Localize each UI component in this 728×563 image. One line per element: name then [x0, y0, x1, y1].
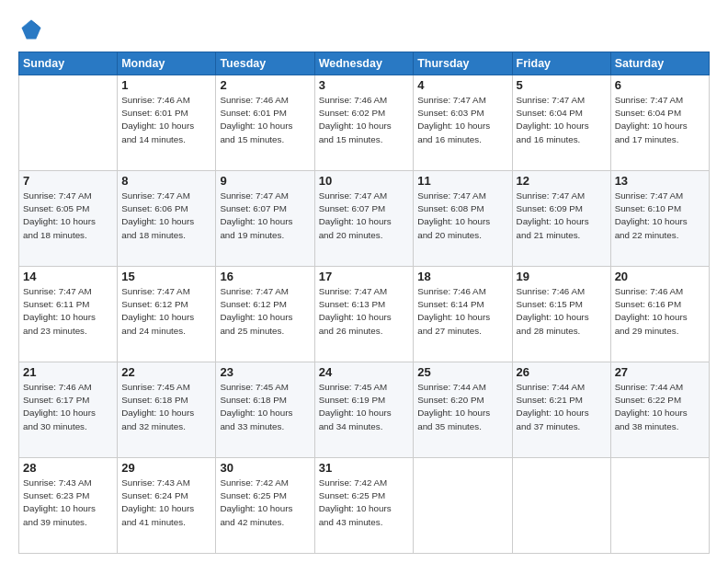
day-cell: 28Sunrise: 7:43 AMSunset: 6:23 PMDayligh… — [19, 458, 118, 554]
day-info: Sunrise: 7:47 AMSunset: 6:13 PMDaylight:… — [319, 285, 410, 338]
day-cell — [19, 75, 118, 171]
day-info: Sunrise: 7:46 AMSunset: 6:16 PMDaylight:… — [615, 285, 705, 338]
day-info: Sunrise: 7:46 AMSunset: 6:02 PMDaylight:… — [319, 94, 410, 146]
day-info: Sunrise: 7:47 AMSunset: 6:05 PMDaylight:… — [23, 190, 113, 242]
day-info: Sunrise: 7:46 AMSunset: 6:01 PMDaylight:… — [121, 94, 211, 146]
day-info: Sunrise: 7:47 AMSunset: 6:12 PMDaylight:… — [121, 285, 211, 338]
day-info: Sunrise: 7:43 AMSunset: 6:23 PMDaylight:… — [23, 477, 113, 529]
day-number: 14 — [23, 270, 113, 283]
day-cell: 27Sunrise: 7:44 AMSunset: 6:22 PMDayligh… — [610, 362, 709, 458]
col-header-friday: Friday — [512, 52, 610, 75]
day-number: 27 — [615, 365, 705, 379]
day-cell: 7Sunrise: 7:47 AMSunset: 6:05 PMDaylight… — [19, 171, 118, 267]
day-number: 22 — [121, 365, 211, 379]
col-header-sunday: Sunday — [19, 52, 118, 75]
day-info: Sunrise: 7:42 AMSunset: 6:25 PMDaylight:… — [220, 477, 310, 529]
week-row-2: 7Sunrise: 7:47 AMSunset: 6:05 PMDaylight… — [19, 171, 710, 267]
day-cell: 1Sunrise: 7:46 AMSunset: 6:01 PMDaylight… — [118, 75, 216, 171]
day-number: 7 — [23, 174, 113, 188]
day-info: Sunrise: 7:47 AMSunset: 6:04 PMDaylight:… — [615, 94, 705, 146]
week-row-3: 14Sunrise: 7:47 AMSunset: 6:11 PMDayligh… — [19, 267, 710, 362]
day-number: 12 — [517, 174, 607, 188]
day-cell: 22Sunrise: 7:45 AMSunset: 6:18 PMDayligh… — [118, 362, 216, 458]
day-number: 16 — [220, 270, 310, 283]
day-number: 21 — [23, 365, 113, 379]
day-cell: 13Sunrise: 7:47 AMSunset: 6:10 PMDayligh… — [610, 171, 709, 267]
day-info: Sunrise: 7:47 AMSunset: 6:08 PMDaylight:… — [417, 190, 507, 242]
day-cell: 30Sunrise: 7:42 AMSunset: 6:25 PMDayligh… — [216, 458, 314, 554]
day-number: 10 — [319, 174, 410, 188]
col-header-thursday: Thursday — [414, 52, 512, 75]
day-number: 24 — [319, 365, 410, 379]
day-cell: 17Sunrise: 7:47 AMSunset: 6:13 PMDayligh… — [314, 267, 414, 362]
calendar-header-row: SundayMondayTuesdayWednesdayThursdayFrid… — [19, 52, 710, 75]
day-number: 5 — [517, 78, 607, 92]
day-cell: 16Sunrise: 7:47 AMSunset: 6:12 PMDayligh… — [216, 267, 314, 362]
day-cell: 14Sunrise: 7:47 AMSunset: 6:11 PMDayligh… — [19, 267, 118, 362]
day-info: Sunrise: 7:45 AMSunset: 6:18 PMDaylight:… — [220, 381, 310, 433]
week-row-5: 28Sunrise: 7:43 AMSunset: 6:23 PMDayligh… — [19, 458, 710, 554]
day-cell: 6Sunrise: 7:47 AMSunset: 6:04 PMDaylight… — [610, 75, 709, 171]
day-number: 23 — [220, 365, 310, 379]
day-number: 17 — [319, 270, 410, 283]
page: SundayMondayTuesdayWednesdayThursdayFrid… — [0, 0, 728, 563]
day-number: 6 — [615, 78, 705, 92]
day-cell: 19Sunrise: 7:46 AMSunset: 6:15 PMDayligh… — [512, 267, 610, 362]
day-cell — [610, 458, 709, 554]
day-cell: 20Sunrise: 7:46 AMSunset: 6:16 PMDayligh… — [610, 267, 709, 362]
day-info: Sunrise: 7:47 AMSunset: 6:04 PMDaylight:… — [517, 94, 607, 146]
day-info: Sunrise: 7:47 AMSunset: 6:03 PMDaylight:… — [417, 94, 507, 146]
header — [18, 17, 710, 42]
day-info: Sunrise: 7:47 AMSunset: 6:12 PMDaylight:… — [220, 285, 310, 338]
day-cell: 29Sunrise: 7:43 AMSunset: 6:24 PMDayligh… — [118, 458, 216, 554]
week-row-4: 21Sunrise: 7:46 AMSunset: 6:17 PMDayligh… — [19, 362, 710, 458]
day-cell: 31Sunrise: 7:42 AMSunset: 6:25 PMDayligh… — [314, 458, 414, 554]
day-number: 13 — [615, 174, 705, 188]
day-info: Sunrise: 7:47 AMSunset: 6:07 PMDaylight:… — [319, 190, 410, 242]
day-info: Sunrise: 7:46 AMSunset: 6:14 PMDaylight:… — [417, 285, 507, 338]
day-cell — [512, 458, 610, 554]
day-cell: 21Sunrise: 7:46 AMSunset: 6:17 PMDayligh… — [19, 362, 118, 458]
day-number: 20 — [615, 270, 705, 283]
day-cell — [414, 458, 512, 554]
day-info: Sunrise: 7:46 AMSunset: 6:01 PMDaylight:… — [220, 94, 310, 146]
logo — [18, 17, 48, 42]
day-cell: 4Sunrise: 7:47 AMSunset: 6:03 PMDaylight… — [414, 75, 512, 171]
calendar: SundayMondayTuesdayWednesdayThursdayFrid… — [18, 52, 710, 554]
day-number: 31 — [319, 461, 410, 475]
day-info: Sunrise: 7:46 AMSunset: 6:17 PMDaylight:… — [23, 381, 113, 433]
day-number: 26 — [517, 365, 607, 379]
day-cell: 26Sunrise: 7:44 AMSunset: 6:21 PMDayligh… — [512, 362, 610, 458]
day-number: 9 — [220, 174, 310, 188]
col-header-wednesday: Wednesday — [314, 52, 414, 75]
day-number: 28 — [23, 461, 113, 475]
day-cell: 15Sunrise: 7:47 AMSunset: 6:12 PMDayligh… — [118, 267, 216, 362]
day-cell: 11Sunrise: 7:47 AMSunset: 6:08 PMDayligh… — [414, 171, 512, 267]
day-number: 11 — [417, 174, 507, 188]
svg-marker-0 — [22, 20, 41, 40]
day-info: Sunrise: 7:44 AMSunset: 6:22 PMDaylight:… — [615, 381, 705, 433]
day-number: 29 — [121, 461, 211, 475]
day-cell: 12Sunrise: 7:47 AMSunset: 6:09 PMDayligh… — [512, 171, 610, 267]
day-number: 25 — [417, 365, 507, 379]
day-cell: 10Sunrise: 7:47 AMSunset: 6:07 PMDayligh… — [314, 171, 414, 267]
day-cell: 8Sunrise: 7:47 AMSunset: 6:06 PMDaylight… — [118, 171, 216, 267]
day-cell: 2Sunrise: 7:46 AMSunset: 6:01 PMDaylight… — [216, 75, 314, 171]
logo-icon — [18, 17, 44, 42]
day-info: Sunrise: 7:47 AMSunset: 6:06 PMDaylight:… — [121, 190, 211, 242]
day-number: 8 — [121, 174, 211, 188]
day-cell: 5Sunrise: 7:47 AMSunset: 6:04 PMDaylight… — [512, 75, 610, 171]
day-number: 19 — [517, 270, 607, 283]
day-number: 18 — [417, 270, 507, 283]
day-number: 1 — [121, 78, 211, 92]
day-info: Sunrise: 7:45 AMSunset: 6:18 PMDaylight:… — [121, 381, 211, 433]
day-info: Sunrise: 7:44 AMSunset: 6:20 PMDaylight:… — [417, 381, 507, 433]
day-number: 4 — [417, 78, 507, 92]
col-header-saturday: Saturday — [610, 52, 709, 75]
day-info: Sunrise: 7:44 AMSunset: 6:21 PMDaylight:… — [517, 381, 607, 433]
day-number: 3 — [319, 78, 410, 92]
day-cell: 24Sunrise: 7:45 AMSunset: 6:19 PMDayligh… — [314, 362, 414, 458]
col-header-tuesday: Tuesday — [216, 52, 314, 75]
day-info: Sunrise: 7:47 AMSunset: 6:11 PMDaylight:… — [23, 285, 113, 338]
day-info: Sunrise: 7:47 AMSunset: 6:10 PMDaylight:… — [615, 190, 705, 242]
